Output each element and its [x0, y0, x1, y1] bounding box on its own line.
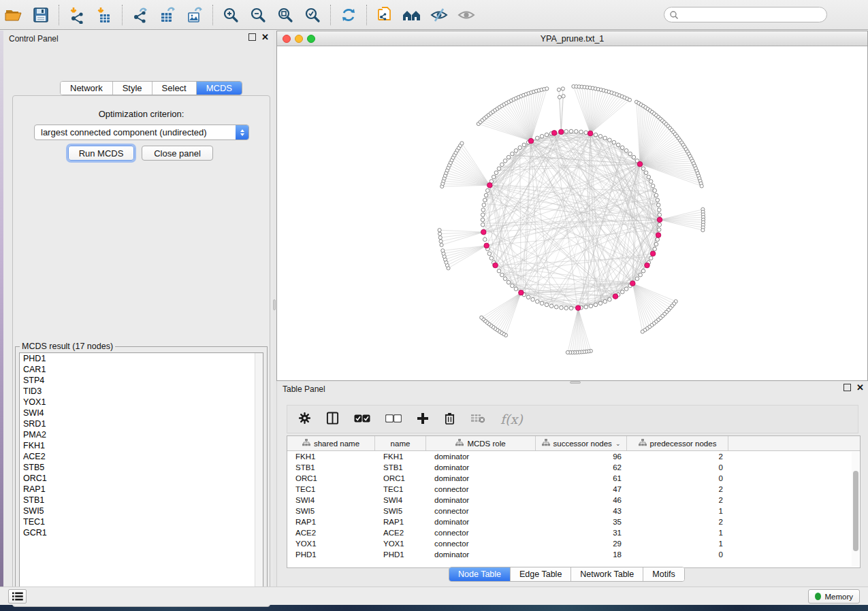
close-table-panel-icon[interactable]: ✕: [856, 384, 864, 391]
graph-node[interactable]: [497, 167, 501, 171]
table-row[interactable]: FKH1FKH1dominator962: [287, 451, 860, 462]
graph-node[interactable]: [598, 301, 602, 306]
mcds-result-item[interactable]: STP4: [20, 375, 263, 386]
export-image-icon[interactable]: [181, 3, 208, 27]
graph-node[interactable]: [650, 251, 656, 257]
table-row[interactable]: RAP1RAP1dominator352: [287, 516, 860, 527]
import-network-icon[interactable]: [63, 3, 91, 27]
graph-node[interactable]: [569, 306, 573, 310]
mcds-result-item[interactable]: GCR1: [20, 527, 263, 538]
graph-node[interactable]: [483, 198, 487, 202]
node-table[interactable]: shared namenameMCDS rolesuccessor nodes⌄…: [287, 435, 861, 568]
graph-node[interactable]: [649, 257, 653, 261]
hide-graphics-details-icon[interactable]: [425, 3, 453, 27]
column-header-name[interactable]: name: [375, 436, 426, 450]
network-window-titlebar[interactable]: YPA_prune.txt_1: [277, 31, 867, 46]
graph-node[interactable]: [489, 257, 494, 261]
graph-node[interactable]: [561, 87, 564, 90]
mcds-result-item[interactable]: STB5: [20, 462, 263, 473]
graph-node[interactable]: [700, 184, 703, 188]
graph-node[interactable]: [514, 287, 518, 291]
mcds-result-item[interactable]: ACE2: [20, 451, 263, 462]
graph-node[interactable]: [487, 252, 492, 256]
unselect-all-columns-icon[interactable]: [385, 414, 402, 425]
graph-node[interactable]: [485, 188, 489, 193]
graph-node[interactable]: [484, 193, 488, 197]
graph-node[interactable]: [569, 129, 573, 133]
first-neighbors-icon[interactable]: [371, 3, 398, 27]
open-session-icon[interactable]: [0, 3, 27, 27]
mcds-result-list[interactable]: PHD1CAR1STP4TID3YOX1SWI4SRD1PMA2FKH1ACE2…: [19, 352, 263, 595]
graph-node[interactable]: [658, 213, 662, 217]
graph-node[interactable]: [545, 303, 549, 307]
graph-node[interactable]: [441, 249, 445, 252]
graph-node[interactable]: [511, 284, 515, 288]
float-panel-icon[interactable]: [248, 33, 256, 41]
mcds-result-item[interactable]: SWI5: [20, 506, 263, 516]
graph-node[interactable]: [528, 138, 534, 144]
mcds-result-item[interactable]: SRD1: [20, 418, 263, 429]
graph-node[interactable]: [492, 175, 496, 179]
graph-node[interactable]: [440, 243, 443, 246]
graph-node[interactable]: [608, 297, 612, 301]
graph-node[interactable]: [641, 269, 645, 273]
mcds-list-scrollbar[interactable]: [255, 353, 263, 595]
network-graph[interactable]: [277, 46, 867, 380]
graph-node[interactable]: [487, 182, 493, 188]
graph-node[interactable]: [649, 180, 653, 184]
graph-node[interactable]: [483, 237, 487, 242]
graph-node[interactable]: [481, 213, 485, 217]
graph-node[interactable]: [657, 208, 661, 212]
graph-node[interactable]: [438, 236, 442, 240]
graph-node[interactable]: [564, 306, 568, 310]
graph-node[interactable]: [701, 229, 705, 232]
graph-node[interactable]: [526, 295, 530, 299]
mcds-result-item[interactable]: TEC1: [20, 516, 263, 527]
zoom-in-icon[interactable]: [217, 3, 244, 27]
table-scrollbar-thumb[interactable]: [853, 471, 858, 551]
tab-network-table[interactable]: Network Table: [571, 567, 643, 581]
graph-node[interactable]: [653, 247, 657, 251]
graph-node[interactable]: [637, 161, 643, 167]
graph-node[interactable]: [518, 146, 522, 150]
graph-node[interactable]: [656, 203, 660, 207]
table-scrollbar[interactable]: [852, 452, 859, 567]
graph-node[interactable]: [656, 198, 660, 202]
show-graphics-details-icon[interactable]: [453, 3, 480, 27]
graph-node[interactable]: [519, 290, 524, 295]
tab-network[interactable]: Network: [61, 82, 113, 95]
graph-node[interactable]: [497, 269, 501, 273]
graph-node[interactable]: [554, 305, 558, 309]
graph-node[interactable]: [522, 143, 526, 147]
graph-node[interactable]: [644, 171, 648, 175]
graph-node[interactable]: [562, 95, 565, 98]
graph-node[interactable]: [507, 155, 511, 159]
mcds-result-item[interactable]: YOX1: [20, 397, 263, 408]
tab-select[interactable]: Select: [152, 82, 197, 95]
task-history-button[interactable]: [8, 589, 27, 604]
graph-node[interactable]: [507, 280, 511, 284]
graph-node[interactable]: [654, 242, 658, 246]
search-field[interactable]: [664, 7, 827, 22]
graph-node[interactable]: [594, 133, 598, 137]
graph-node[interactable]: [598, 134, 602, 138]
graph-node[interactable]: [624, 287, 628, 291]
horizontal-splitter-grip[interactable]: [570, 381, 581, 384]
graph-node[interactable]: [641, 167, 645, 171]
graph-node[interactable]: [558, 129, 564, 135]
graph-node[interactable]: [500, 273, 504, 277]
mcds-result-item[interactable]: CAR1: [20, 364, 263, 375]
graph-node[interactable]: [531, 297, 535, 301]
graph-node[interactable]: [594, 303, 598, 307]
graph-node[interactable]: [647, 175, 651, 179]
graph-node[interactable]: [658, 222, 662, 227]
graph-node[interactable]: [460, 142, 464, 145]
close-panel-button[interactable]: Close panel: [142, 146, 213, 161]
graph-node[interactable]: [620, 290, 624, 294]
graph-node[interactable]: [628, 152, 632, 156]
graph-node[interactable]: [628, 98, 631, 101]
table-row[interactable]: YOX1YOX1connector291: [287, 538, 860, 549]
splitter-grip[interactable]: [273, 299, 276, 310]
export-table-icon[interactable]: [154, 3, 181, 27]
graph-node[interactable]: [503, 277, 507, 281]
